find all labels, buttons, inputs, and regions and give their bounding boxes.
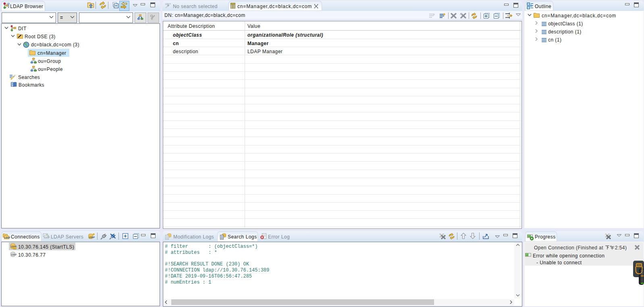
svg-text:LDAP: LDAP [44,236,50,239]
svg-text:LDAP: LDAP [89,236,95,239]
svg-text:LDAP: LDAP [4,236,10,239]
svg-text:LDAP: LDAP [11,253,17,256]
